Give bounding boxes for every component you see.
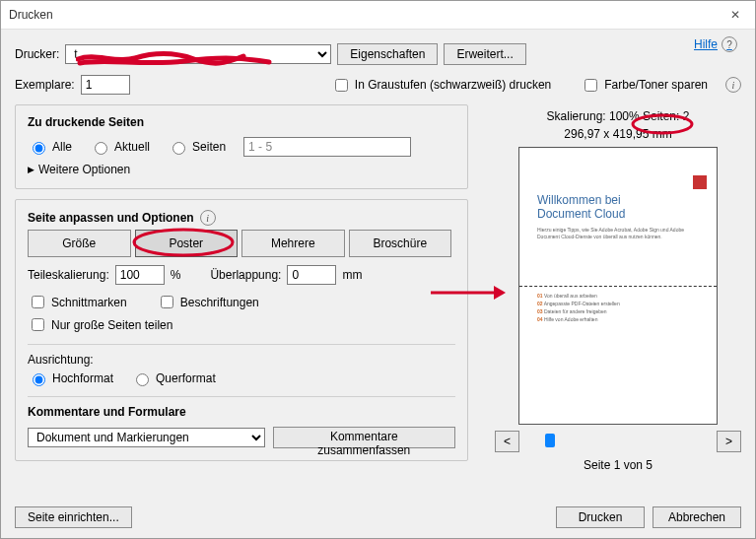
- tile-scale-label: Teileskalierung:: [28, 268, 109, 282]
- multiple-tab[interactable]: Mehrere: [241, 230, 345, 257]
- poster-tab[interactable]: Poster: [135, 230, 239, 257]
- more-options-toggle[interactable]: ▶ Weitere Optionen: [28, 163, 455, 176]
- sizing-title: Seite anpassen und Optionen: [28, 211, 194, 225]
- pages-range-input[interactable]: [243, 137, 411, 157]
- window-title: Drucken: [9, 8, 53, 22]
- scale-readout: Skalierung: 100% Seiten: 2: [495, 109, 741, 123]
- adobe-logo-icon: [693, 175, 707, 189]
- help-link[interactable]: Hilfe ?: [694, 36, 737, 52]
- pages-all-radio[interactable]: Alle: [28, 139, 72, 155]
- next-page-button[interactable]: >: [717, 431, 741, 452]
- landscape-radio[interactable]: Querformat: [131, 371, 216, 386]
- size-tab[interactable]: Größe: [28, 230, 131, 257]
- page-slider[interactable]: [525, 434, 711, 449]
- only-large-checkbox[interactable]: Nur große Seiten teilen: [28, 315, 455, 334]
- print-dialog: Drucken ✕ Hilfe ? Drucker: t Eigenschaft…: [0, 0, 756, 539]
- comments-select[interactable]: Dokument und Markierungen: [28, 428, 265, 447]
- page-dimensions: 296,97 x 419,95 mm: [495, 127, 741, 141]
- pages-title: Zu druckende Seiten: [28, 115, 455, 129]
- pages-current-radio[interactable]: Aktuell: [90, 139, 150, 155]
- properties-button[interactable]: Eigenschaften: [337, 43, 438, 65]
- page-indicator: Seite 1 von 5: [495, 458, 741, 472]
- cutmarks-checkbox[interactable]: Schnittmarken: [28, 293, 127, 311]
- cancel-button[interactable]: Abbrechen: [653, 506, 741, 528]
- prev-page-button[interactable]: <: [495, 431, 519, 452]
- page-setup-button[interactable]: Seite einrichten...: [15, 506, 132, 528]
- pages-range-radio[interactable]: Seiten: [168, 139, 226, 155]
- summarize-comments-button[interactable]: Kommentare zusammenfassen: [273, 427, 456, 448]
- preview-pane: Skalierung: 100% Seiten: 2 296,97 x 419,…: [495, 109, 741, 472]
- titlebar: Drucken ✕: [1, 1, 755, 30]
- grayscale-checkbox[interactable]: In Graustufen (schwarzweiß) drucken: [331, 76, 551, 95]
- tile-split-line: [519, 286, 717, 287]
- overlap-label: Überlappung:: [210, 268, 281, 282]
- help-icon: ?: [722, 36, 737, 52]
- page-preview: Willkommen beiDocument Cloud Hierzu eini…: [518, 147, 718, 425]
- save-toner-checkbox[interactable]: Farbe/Toner sparen: [581, 76, 708, 95]
- copies-input[interactable]: [81, 75, 130, 95]
- chevron-right-icon: ▶: [28, 165, 34, 174]
- comments-title: Kommentare und Formulare: [28, 405, 455, 419]
- print-button[interactable]: Drucken: [556, 506, 645, 528]
- tile-scale-input[interactable]: [115, 265, 165, 285]
- orientation-label: Ausrichtung:: [28, 353, 455, 367]
- info-icon[interactable]: i: [200, 210, 216, 226]
- booklet-tab[interactable]: Broschüre: [349, 230, 452, 257]
- sizing-group: Seite anpassen und Optionen i Größe Post…: [15, 199, 468, 461]
- overlap-input[interactable]: [287, 265, 336, 285]
- pages-group: Zu druckende Seiten Alle Aktuell Seiten …: [15, 104, 468, 189]
- printer-label: Drucker:: [15, 47, 59, 61]
- advanced-button[interactable]: Erweitert...: [444, 43, 525, 65]
- portrait-radio[interactable]: Hochformat: [28, 371, 113, 386]
- copies-label: Exemplare:: [15, 78, 75, 92]
- labels-checkbox[interactable]: Beschriftungen: [157, 293, 259, 311]
- printer-select[interactable]: t: [65, 44, 331, 64]
- info-icon[interactable]: i: [725, 77, 741, 93]
- close-icon[interactable]: ✕: [716, 1, 755, 29]
